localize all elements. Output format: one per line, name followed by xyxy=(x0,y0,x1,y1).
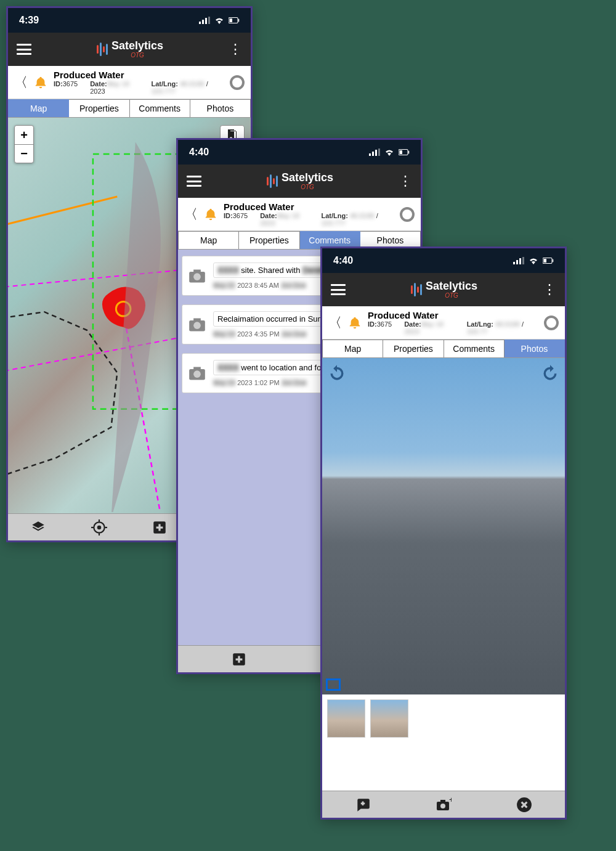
svg-rect-39 xyxy=(193,367,201,370)
photo-thumbnail[interactable] xyxy=(370,699,408,738)
cellular-icon xyxy=(513,256,524,265)
bell-icon xyxy=(348,316,362,330)
main-photo[interactable] xyxy=(322,358,565,694)
svg-rect-30 xyxy=(408,151,410,154)
rotate-left-button[interactable] xyxy=(328,364,346,381)
app-bar: SatelyticsOTG ⋮ xyxy=(178,165,421,198)
status-icons xyxy=(369,148,410,157)
status-ring-button[interactable] xyxy=(544,316,559,330)
app-logo: SatelyticsOTG xyxy=(353,280,535,299)
app-subtitle: OTG xyxy=(111,52,163,59)
photo-thumbnails xyxy=(322,694,565,741)
tab-photos[interactable]: Photos xyxy=(505,340,565,357)
svg-rect-26 xyxy=(375,150,377,156)
svg-rect-3 xyxy=(208,17,210,24)
alert-meta: ID:3675 Date:May 18 2023 Lat/Lng: 48.018… xyxy=(368,320,538,335)
wifi-icon xyxy=(384,148,395,157)
app-bar: SatelyticsOTG ⋮ xyxy=(8,33,251,66)
zoom-in-button[interactable]: + xyxy=(15,126,33,144)
app-subtitle: OTG xyxy=(282,184,333,190)
svg-rect-1 xyxy=(202,20,204,24)
back-button[interactable]: 〈 xyxy=(14,73,28,92)
tab-comments[interactable]: Comments xyxy=(444,340,505,357)
bell-icon xyxy=(204,208,217,221)
svg-rect-25 xyxy=(372,152,374,156)
camera-icon xyxy=(188,366,206,381)
selection-indicator-icon xyxy=(326,678,341,691)
tab-photos[interactable]: Photos xyxy=(190,99,251,117)
tab-map[interactable]: Map xyxy=(178,231,239,249)
svg-point-35 xyxy=(193,322,201,329)
svg-rect-6 xyxy=(238,19,240,22)
status-bar: 4:40 xyxy=(322,248,565,273)
svg-rect-50 xyxy=(544,259,547,263)
camera-icon xyxy=(188,317,206,332)
battery-icon xyxy=(229,16,240,25)
layers-button[interactable] xyxy=(30,519,46,535)
status-icons xyxy=(199,16,240,25)
app-bar: SatelyticsOTG ⋮ xyxy=(322,273,565,306)
svg-rect-29 xyxy=(400,150,403,154)
wifi-icon xyxy=(214,16,225,25)
tabs: Map Properties Comments Photos xyxy=(322,340,565,358)
back-button[interactable]: 〈 xyxy=(328,314,342,332)
status-icons xyxy=(513,256,554,265)
menu-icon[interactable] xyxy=(331,284,346,295)
status-time: 4:40 xyxy=(189,147,209,158)
tab-map[interactable]: Map xyxy=(322,340,383,357)
svg-rect-24 xyxy=(369,153,371,156)
alert-header: 〈 Produced Water ID:3675 Date:May 18 202… xyxy=(8,66,251,99)
bell-icon xyxy=(34,76,47,89)
svg-rect-33 xyxy=(193,269,201,272)
add-comment-button[interactable] xyxy=(355,797,371,813)
phone-photos-screen: 4:40 SatelyticsOTG ⋮ 〈 Produced Water ID… xyxy=(320,246,567,820)
svg-point-38 xyxy=(193,370,201,378)
svg-rect-54 xyxy=(440,800,445,802)
app-name: Satelytics xyxy=(282,171,333,184)
bottom-toolbar: + xyxy=(322,791,565,818)
add-button[interactable] xyxy=(152,519,168,535)
svg-rect-45 xyxy=(513,262,515,264)
photos-view xyxy=(322,358,565,791)
status-time: 4:40 xyxy=(333,255,353,266)
battery-icon xyxy=(399,148,410,157)
status-ring-button[interactable] xyxy=(400,207,415,222)
alert-title: Produced Water xyxy=(368,310,538,320)
svg-rect-51 xyxy=(553,259,554,263)
more-icon[interactable]: ⋮ xyxy=(229,41,242,57)
app-logo: SatelyticsOTG xyxy=(39,40,221,59)
svg-rect-48 xyxy=(522,257,524,264)
locate-button[interactable] xyxy=(91,519,107,535)
alert-title: Produced Water xyxy=(224,202,394,212)
photo-thumbnail[interactable] xyxy=(327,699,365,738)
menu-icon[interactable] xyxy=(17,44,31,55)
battery-icon xyxy=(543,256,554,265)
svg-point-14 xyxy=(97,525,102,529)
tab-properties[interactable]: Properties xyxy=(383,340,444,357)
svg-point-32 xyxy=(193,273,201,280)
alert-header: 〈 Produced Water ID:3675 Date:May 18 202… xyxy=(322,306,565,340)
tab-properties[interactable]: Properties xyxy=(239,231,299,249)
svg-rect-46 xyxy=(516,260,518,264)
tab-map[interactable]: Map xyxy=(8,99,69,117)
add-button[interactable] xyxy=(231,651,247,667)
svg-rect-27 xyxy=(378,149,380,156)
app-name: Satelytics xyxy=(111,39,163,52)
svg-rect-5 xyxy=(230,18,233,22)
tab-comments[interactable]: Comments xyxy=(130,99,190,117)
svg-rect-0 xyxy=(199,22,201,24)
cellular-icon xyxy=(199,16,210,25)
status-ring-button[interactable] xyxy=(230,75,245,90)
rotate-right-button[interactable] xyxy=(541,364,559,381)
back-button[interactable]: 〈 xyxy=(184,205,198,224)
menu-icon[interactable] xyxy=(187,176,201,187)
zoom-out-button[interactable]: − xyxy=(15,144,33,163)
tab-properties[interactable]: Properties xyxy=(69,99,129,117)
svg-line-7 xyxy=(8,197,117,227)
more-icon[interactable]: ⋮ xyxy=(543,282,556,298)
close-button[interactable] xyxy=(516,797,532,813)
app-logo: SatelyticsOTG xyxy=(209,172,391,190)
more-icon[interactable]: ⋮ xyxy=(399,173,412,189)
add-photo-button[interactable]: + xyxy=(436,797,452,813)
app-subtitle: OTG xyxy=(426,292,477,299)
